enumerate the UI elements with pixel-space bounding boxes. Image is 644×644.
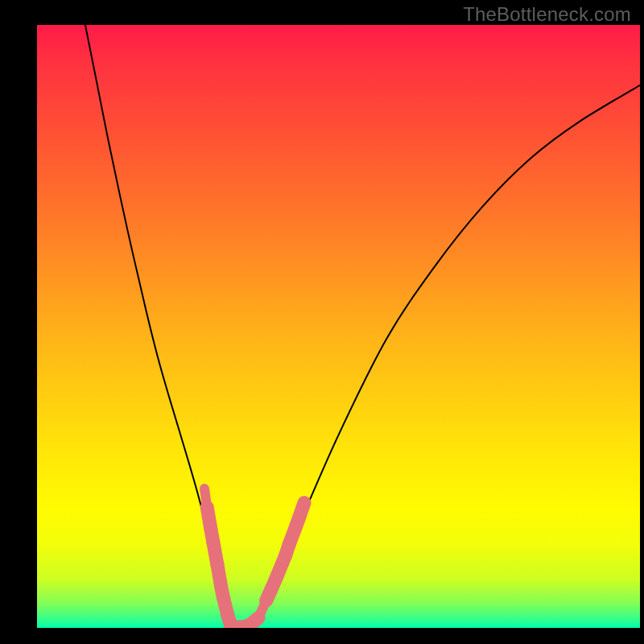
curve-layer <box>37 25 640 628</box>
watermark-text: TheBottleneck.com <box>463 3 631 26</box>
bottleneck-curve <box>85 25 640 628</box>
chart-panel <box>37 25 640 628</box>
pink-marker-segment <box>299 502 304 518</box>
